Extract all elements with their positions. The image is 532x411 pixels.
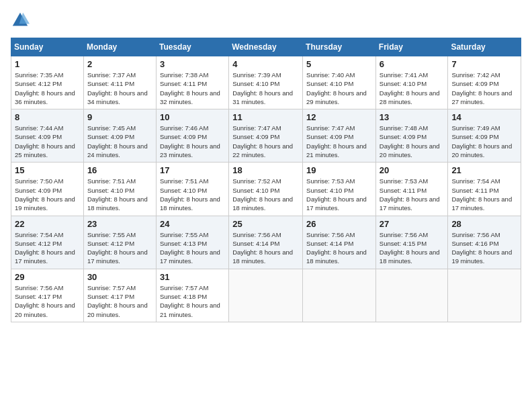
day-info: Sunrise: 7:44 AMSunset: 4:09 PMDaylight:… xyxy=(15,124,80,159)
day-info: Sunrise: 7:54 AMSunset: 4:12 PMDaylight:… xyxy=(15,230,80,266)
calendar-cell xyxy=(229,269,303,322)
day-number: 18 xyxy=(232,165,299,175)
day-info: Sunrise: 7:49 AMSunset: 4:09 PMDaylight:… xyxy=(451,124,517,159)
calendar-cell: 5Sunrise: 7:40 AMSunset: 4:10 PMDaylight… xyxy=(303,56,376,109)
calendar-cell xyxy=(375,269,448,322)
day-number: 14 xyxy=(451,112,517,122)
calendar-week-row: 15Sunrise: 7:50 AMSunset: 4:09 PMDayligh… xyxy=(11,163,521,216)
calendar-week-row: 22Sunrise: 7:54 AMSunset: 4:12 PMDayligh… xyxy=(11,216,521,269)
day-number: 20 xyxy=(380,165,445,175)
day-info: Sunrise: 7:50 AMSunset: 4:09 PMDaylight:… xyxy=(15,177,80,212)
day-info: Sunrise: 7:56 AMSunset: 4:17 PMDaylight:… xyxy=(15,283,80,319)
calendar-cell: 6Sunrise: 7:41 AMSunset: 4:10 PMDaylight… xyxy=(375,56,448,109)
day-info: Sunrise: 7:54 AMSunset: 4:11 PMDaylight:… xyxy=(451,177,517,212)
day-info: Sunrise: 7:53 AMSunset: 4:10 PMDaylight:… xyxy=(306,177,372,212)
day-info: Sunrise: 7:47 AMSunset: 4:09 PMDaylight:… xyxy=(232,124,299,159)
day-number: 12 xyxy=(306,112,372,122)
day-info: Sunrise: 7:40 AMSunset: 4:10 PMDaylight:… xyxy=(306,71,372,106)
day-info: Sunrise: 7:57 AMSunset: 4:18 PMDaylight:… xyxy=(160,283,225,319)
day-info: Sunrise: 7:38 AMSunset: 4:11 PMDaylight:… xyxy=(160,71,225,106)
day-number: 26 xyxy=(306,219,372,229)
col-header-tuesday: Tuesday xyxy=(156,38,228,56)
calendar-cell: 27Sunrise: 7:56 AMSunset: 4:15 PMDayligh… xyxy=(375,216,448,269)
day-number: 6 xyxy=(380,59,445,69)
calendar-cell: 2Sunrise: 7:37 AMSunset: 4:11 PMDaylight… xyxy=(83,56,156,109)
day-number: 11 xyxy=(232,112,299,122)
col-header-sunday: Sunday xyxy=(11,38,84,56)
day-info: Sunrise: 7:35 AMSunset: 4:12 PMDaylight:… xyxy=(15,71,80,106)
logo xyxy=(11,11,32,30)
calendar-cell: 21Sunrise: 7:54 AMSunset: 4:11 PMDayligh… xyxy=(448,163,521,216)
calendar-cell: 10Sunrise: 7:46 AMSunset: 4:09 PMDayligh… xyxy=(156,109,228,163)
calendar-cell: 20Sunrise: 7:53 AMSunset: 4:11 PMDayligh… xyxy=(375,163,448,216)
calendar-cell: 17Sunrise: 7:51 AMSunset: 4:10 PMDayligh… xyxy=(156,163,228,216)
day-number: 31 xyxy=(160,272,225,282)
page-header xyxy=(11,11,521,30)
day-info: Sunrise: 7:56 AMSunset: 4:14 PMDaylight:… xyxy=(232,230,299,266)
day-info: Sunrise: 7:48 AMSunset: 4:09 PMDaylight:… xyxy=(380,124,445,159)
calendar-cell: 16Sunrise: 7:51 AMSunset: 4:10 PMDayligh… xyxy=(83,163,156,216)
day-number: 17 xyxy=(160,165,225,175)
calendar-cell: 9Sunrise: 7:45 AMSunset: 4:09 PMDaylight… xyxy=(83,109,156,163)
day-info: Sunrise: 7:57 AMSunset: 4:17 PMDaylight:… xyxy=(87,283,152,319)
calendar-cell: 18Sunrise: 7:52 AMSunset: 4:10 PMDayligh… xyxy=(229,163,303,216)
day-info: Sunrise: 7:52 AMSunset: 4:10 PMDaylight:… xyxy=(232,177,299,212)
day-info: Sunrise: 7:45 AMSunset: 4:09 PMDaylight:… xyxy=(87,124,152,159)
calendar-cell: 14Sunrise: 7:49 AMSunset: 4:09 PMDayligh… xyxy=(448,109,521,163)
calendar-cell: 24Sunrise: 7:55 AMSunset: 4:13 PMDayligh… xyxy=(156,216,228,269)
calendar-cell: 3Sunrise: 7:38 AMSunset: 4:11 PMDaylight… xyxy=(156,56,228,109)
calendar-week-row: 1Sunrise: 7:35 AMSunset: 4:12 PMDaylight… xyxy=(11,56,521,109)
day-info: Sunrise: 7:56 AMSunset: 4:15 PMDaylight:… xyxy=(380,230,445,266)
day-number: 24 xyxy=(160,219,225,229)
calendar-cell xyxy=(303,269,376,322)
col-header-thursday: Thursday xyxy=(303,38,376,56)
day-info: Sunrise: 7:41 AMSunset: 4:10 PMDaylight:… xyxy=(380,71,445,106)
day-number: 2 xyxy=(87,59,152,69)
day-number: 7 xyxy=(451,59,517,69)
day-number: 9 xyxy=(87,112,152,122)
col-header-saturday: Saturday xyxy=(448,38,521,56)
calendar-cell: 22Sunrise: 7:54 AMSunset: 4:12 PMDayligh… xyxy=(11,216,84,269)
col-header-monday: Monday xyxy=(83,38,156,56)
calendar-cell xyxy=(448,269,521,322)
day-number: 4 xyxy=(232,59,299,69)
day-info: Sunrise: 7:39 AMSunset: 4:10 PMDaylight:… xyxy=(232,71,299,106)
calendar-week-row: 29Sunrise: 7:56 AMSunset: 4:17 PMDayligh… xyxy=(11,269,521,322)
calendar-cell: 12Sunrise: 7:47 AMSunset: 4:09 PMDayligh… xyxy=(303,109,376,163)
day-info: Sunrise: 7:51 AMSunset: 4:10 PMDaylight:… xyxy=(160,177,225,212)
logo-icon xyxy=(11,11,30,30)
day-number: 15 xyxy=(15,165,80,175)
day-info: Sunrise: 7:56 AMSunset: 4:14 PMDaylight:… xyxy=(306,230,372,266)
calendar-cell: 13Sunrise: 7:48 AMSunset: 4:09 PMDayligh… xyxy=(375,109,448,163)
day-number: 16 xyxy=(87,165,152,175)
day-info: Sunrise: 7:42 AMSunset: 4:09 PMDaylight:… xyxy=(451,71,517,106)
day-number: 19 xyxy=(306,165,372,175)
calendar-cell: 1Sunrise: 7:35 AMSunset: 4:12 PMDaylight… xyxy=(11,56,84,109)
day-info: Sunrise: 7:37 AMSunset: 4:11 PMDaylight:… xyxy=(87,71,152,106)
calendar-week-row: 8Sunrise: 7:44 AMSunset: 4:09 PMDaylight… xyxy=(11,109,521,163)
calendar-cell: 26Sunrise: 7:56 AMSunset: 4:14 PMDayligh… xyxy=(303,216,376,269)
col-header-wednesday: Wednesday xyxy=(229,38,303,56)
calendar-cell: 28Sunrise: 7:56 AMSunset: 4:16 PMDayligh… xyxy=(448,216,521,269)
calendar-cell: 11Sunrise: 7:47 AMSunset: 4:09 PMDayligh… xyxy=(229,109,303,163)
day-info: Sunrise: 7:55 AMSunset: 4:12 PMDaylight:… xyxy=(87,230,152,266)
day-number: 30 xyxy=(87,272,152,282)
day-info: Sunrise: 7:47 AMSunset: 4:09 PMDaylight:… xyxy=(306,124,372,159)
calendar-cell: 4Sunrise: 7:39 AMSunset: 4:10 PMDaylight… xyxy=(229,56,303,109)
calendar-table: SundayMondayTuesdayWednesdayThursdayFrid… xyxy=(11,38,521,322)
day-info: Sunrise: 7:56 AMSunset: 4:16 PMDaylight:… xyxy=(451,230,517,266)
calendar-cell: 31Sunrise: 7:57 AMSunset: 4:18 PMDayligh… xyxy=(156,269,228,322)
calendar-cell: 29Sunrise: 7:56 AMSunset: 4:17 PMDayligh… xyxy=(11,269,84,322)
day-number: 29 xyxy=(15,272,80,282)
day-number: 22 xyxy=(15,219,80,229)
calendar-cell: 25Sunrise: 7:56 AMSunset: 4:14 PMDayligh… xyxy=(229,216,303,269)
day-number: 23 xyxy=(87,219,152,229)
day-info: Sunrise: 7:53 AMSunset: 4:11 PMDaylight:… xyxy=(380,177,445,212)
day-info: Sunrise: 7:46 AMSunset: 4:09 PMDaylight:… xyxy=(160,124,225,159)
calendar-cell: 7Sunrise: 7:42 AMSunset: 4:09 PMDaylight… xyxy=(448,56,521,109)
calendar-cell: 23Sunrise: 7:55 AMSunset: 4:12 PMDayligh… xyxy=(83,216,156,269)
day-number: 8 xyxy=(15,112,80,122)
day-number: 5 xyxy=(306,59,372,69)
day-number: 1 xyxy=(15,59,80,69)
day-number: 3 xyxy=(160,59,225,69)
